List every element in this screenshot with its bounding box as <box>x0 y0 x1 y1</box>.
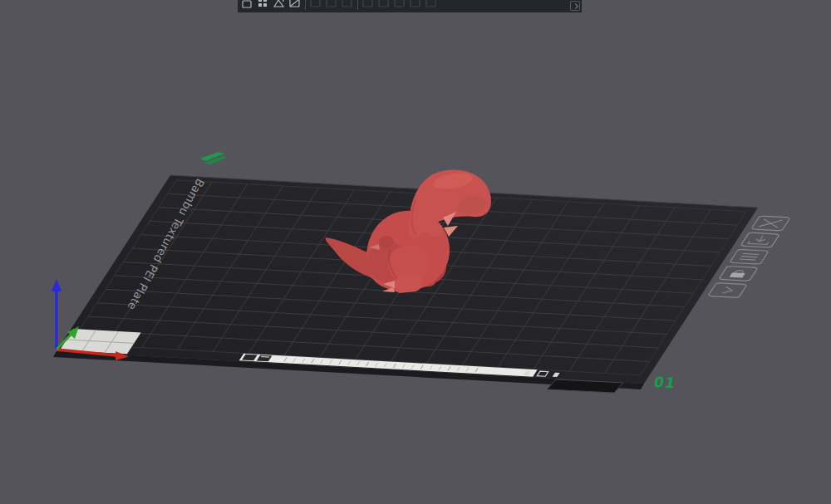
move-plate-icon[interactable] <box>708 283 747 298</box>
toolbar-icon[interactable] <box>310 0 322 12</box>
split-icon[interactable] <box>289 0 301 12</box>
add-plate-icon[interactable] <box>242 0 253 12</box>
toolbar-separator <box>305 0 306 10</box>
bambu-logo-icon <box>200 152 227 165</box>
orient-plate-icon[interactable] <box>740 232 779 247</box>
viewport-3d[interactable]: Bambu Textured PEI Plate <box>0 0 831 504</box>
plate-settings-icon[interactable] <box>730 249 769 264</box>
arrange-icon[interactable] <box>258 0 269 12</box>
trex-far-arm <box>379 236 394 247</box>
collapse-toolbar-icon[interactable] <box>570 1 580 11</box>
build-plate-scene: Bambu Textured PEI Plate <box>0 0 831 504</box>
toolbar-icon[interactable] <box>326 0 337 12</box>
toolbar-icon[interactable] <box>342 0 353 12</box>
delete-plate-icon[interactable] <box>751 216 790 231</box>
plate-number-badge: 01 <box>652 374 677 391</box>
toolbar-icon[interactable] <box>378 0 390 12</box>
toolbar-icon[interactable] <box>425 0 437 12</box>
top-toolbar <box>238 0 582 12</box>
auto-orient-icon[interactable] <box>273 0 285 12</box>
toolbar-icon[interactable] <box>362 0 374 12</box>
toolbar-icon[interactable] <box>394 0 406 12</box>
toolbar-separator <box>357 0 358 10</box>
z-axis-arrow <box>52 279 61 291</box>
lock-plate-icon[interactable] <box>719 266 758 281</box>
toolbar-icon[interactable] <box>410 0 421 12</box>
